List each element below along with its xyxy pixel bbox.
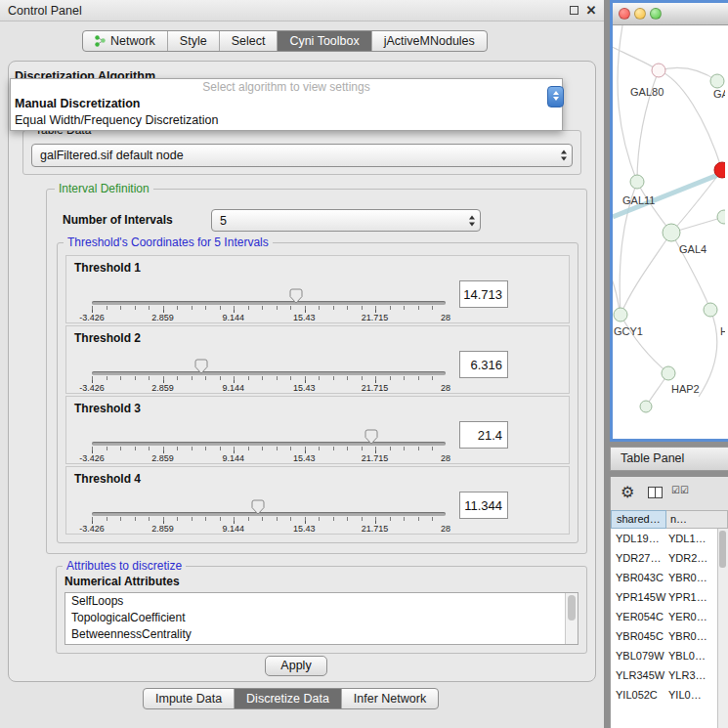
- threshold-1-value-input[interactable]: [459, 280, 508, 308]
- network-canvas[interactable]: GAL80 GA GAL11 GAL4 GCY1 H HAP2: [613, 25, 725, 439]
- cyni-bottom-tabs: Impute Data Discretize Data Infer Networ…: [143, 688, 439, 709]
- algorithm-combobox-stepper-icon[interactable]: [547, 86, 564, 107]
- cell: YBR043C: [611, 568, 666, 587]
- table-data-group: Table Data galFiltered.sif default node: [22, 130, 581, 175]
- threshold-4-slider[interactable]: -3.426 2.859 9.144 15.43 21.715 28: [92, 467, 446, 534]
- combobox-stepper-icon[interactable]: [561, 150, 567, 161]
- threshold-4-value-input[interactable]: [459, 492, 508, 519]
- slider-track[interactable]: [92, 512, 446, 516]
- node-label: HAP2: [671, 383, 700, 395]
- threshold-2-slider[interactable]: -3.426 2.859 9.144 15.43 21.715 28: [92, 326, 446, 393]
- tab-network[interactable]: Network: [83, 31, 168, 51]
- network-node[interactable]: [704, 303, 717, 317]
- attributes-group-title: Attributes to discretize: [63, 559, 186, 573]
- tick-label: 2.859: [151, 524, 174, 534]
- threshold-3-value-input[interactable]: [459, 421, 508, 449]
- slider-minor-ticks: [92, 376, 447, 380]
- combobox-stepper-icon[interactable]: [469, 215, 475, 226]
- network-node[interactable]: [717, 210, 725, 224]
- screen: Control Panel ✕ Network Style Select Cyn…: [0, 0, 728, 728]
- zoom-traffic-light-icon[interactable]: [650, 8, 662, 20]
- table-row[interactable]: YIL052CYIL0…: [611, 685, 728, 705]
- table-row[interactable]: YER054CYER0…: [611, 607, 728, 626]
- node-label: GAL11: [622, 194, 655, 206]
- column-header-name[interactable]: n…: [666, 510, 728, 529]
- minimize-traffic-light-icon[interactable]: [634, 8, 646, 20]
- slider-track[interactable]: [92, 301, 446, 305]
- network-node[interactable]: [640, 401, 652, 412]
- network-node[interactable]: [652, 64, 665, 77]
- network-view-window: GAL80 GA GAL11 GAL4 GCY1 H HAP2: [610, 0, 728, 442]
- table-row[interactable]: YDR27…YDR2…: [611, 548, 728, 568]
- select-columns-checkboxes-icon[interactable]: ☑☑: [671, 485, 689, 495]
- tick-label: 9.144: [223, 383, 245, 393]
- table-data-combobox[interactable]: galFiltered.sif default node: [31, 144, 573, 167]
- tab-style[interactable]: Style: [168, 31, 220, 51]
- column-header-shared-name[interactable]: shared…: [611, 510, 666, 529]
- threshold-3-slider[interactable]: -3.426 2.859 9.144 15.43 21.715 28: [92, 397, 446, 463]
- slider-thumb-icon[interactable]: [289, 288, 303, 304]
- tab-impute-data[interactable]: Impute Data: [144, 689, 235, 708]
- scrollbar-thumb[interactable]: [719, 531, 726, 568]
- table-row[interactable]: YBL079WYBL0…: [611, 646, 728, 665]
- threshold-2-value-input[interactable]: [459, 351, 508, 378]
- close-traffic-light-icon[interactable]: [619, 8, 630, 20]
- slider-thumb-icon[interactable]: [251, 499, 265, 515]
- tick-label: 21.715: [362, 524, 389, 534]
- table-row[interactable]: YPR145WYPR1…: [611, 587, 728, 607]
- table-row[interactable]: YDL19…YDL1…: [611, 529, 728, 548]
- list-scrollbar[interactable]: [565, 593, 578, 644]
- tab-label: Style: [180, 31, 207, 51]
- tab-infer-network[interactable]: Infer Network: [342, 689, 438, 708]
- control-panel-tabs: Network Style Select Cyni Toolbox jActiv…: [82, 30, 488, 52]
- cell: YPR145W: [611, 587, 666, 607]
- threshold-1-slider[interactable]: -3.426 2.859 9.144 15.43 21.715 28: [92, 256, 446, 322]
- tab-jactivemodules[interactable]: jActiveMNodules: [372, 31, 487, 51]
- tick-label: 15.43: [293, 524, 316, 534]
- node-label: GAL80: [630, 86, 664, 98]
- thresholds-group-title: Threshold's Coordinates for 5 Intervals: [64, 236, 273, 249]
- list-item[interactable]: SelfLoops: [65, 593, 578, 610]
- apply-button[interactable]: Apply: [265, 656, 327, 676]
- float-window-icon[interactable]: [567, 4, 580, 18]
- list-item[interactable]: TopologicalCoefficient: [65, 610, 578, 626]
- columns-icon[interactable]: [648, 487, 663, 498]
- tab-cyni-toolbox[interactable]: Cyni Toolbox: [278, 31, 371, 51]
- table-row[interactable]: YBR043CYBR0…: [611, 568, 728, 587]
- cell: YBL079W: [611, 646, 666, 665]
- tab-discretize-data[interactable]: Discretize Data: [235, 689, 342, 708]
- table-scrollbar[interactable]: [717, 529, 728, 728]
- number-of-intervals-combobox[interactable]: 5: [211, 209, 481, 232]
- list-item[interactable]: BetweennessCentrality: [65, 626, 578, 643]
- table-data-selected-value: galFiltered.sif default node: [40, 149, 184, 162]
- network-node[interactable]: [663, 224, 680, 241]
- network-node[interactable]: [710, 74, 724, 88]
- threshold-3-panel: Threshold 3 -3.426 2.859 9.144 15.43 21.…: [65, 396, 570, 464]
- tab-select[interactable]: Select: [220, 31, 278, 51]
- menu-item-equal-width-frequency[interactable]: Equal Width/Frequency Discretization: [11, 112, 562, 129]
- slider-thumb-icon[interactable]: [364, 429, 378, 445]
- cell: YDR27…: [611, 548, 666, 568]
- slider-track[interactable]: [92, 442, 446, 446]
- interval-definition-group: Interval Definition Number of Intervals …: [46, 189, 587, 554]
- gear-icon[interactable]: ⚙: [621, 483, 634, 502]
- slider-thumb-icon[interactable]: [194, 359, 208, 374]
- slider-minor-ticks: [92, 306, 447, 310]
- network-window-titlebar: [613, 3, 728, 25]
- tick-label: 9.144: [223, 453, 245, 463]
- scrollbar-thumb[interactable]: [568, 595, 576, 621]
- selected-network-node[interactable]: [714, 162, 725, 178]
- table-toolbar: ⚙ ☑☑: [611, 477, 728, 510]
- tick-label: -3.426: [79, 383, 105, 393]
- panel-title: Control Panel: [8, 0, 82, 21]
- slider-minor-ticks: [92, 517, 447, 521]
- table-row[interactable]: YLR345WYLR3…: [611, 665, 728, 685]
- slider-track[interactable]: [92, 371, 446, 375]
- network-node[interactable]: [662, 366, 675, 380]
- table-row[interactable]: YBR045CYBR0…: [611, 626, 728, 646]
- number-of-intervals-value: 5: [220, 214, 227, 228]
- network-node[interactable]: [630, 175, 644, 189]
- network-node[interactable]: [614, 308, 627, 321]
- close-icon[interactable]: ✕: [584, 4, 598, 18]
- menu-item-manual-discretization[interactable]: Manual Discretization: [11, 96, 562, 112]
